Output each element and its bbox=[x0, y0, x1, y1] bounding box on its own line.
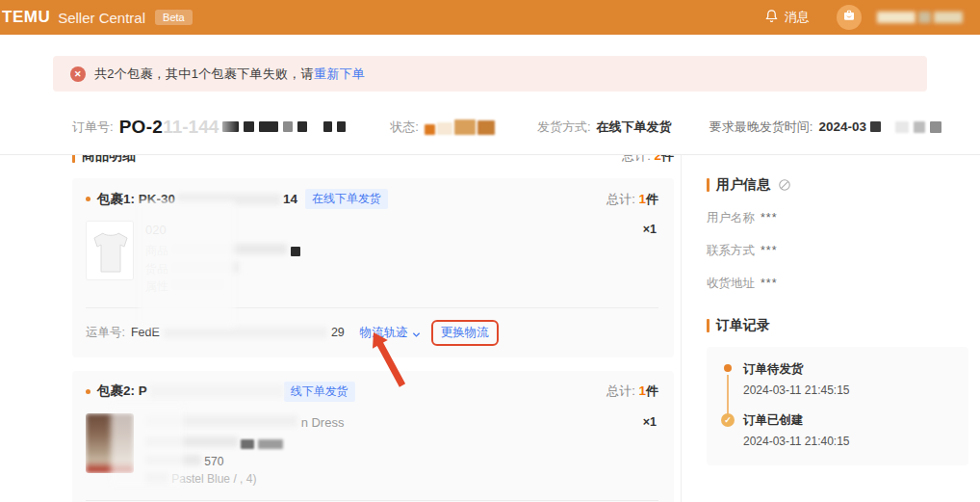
shop-icon bbox=[842, 9, 856, 26]
product-1-quantity: ×1 bbox=[643, 223, 657, 236]
order-number-redacted bbox=[222, 121, 346, 132]
error-circle-icon: ✕ bbox=[70, 66, 86, 82]
package-2-total: 总计: 1件 bbox=[606, 383, 658, 400]
section-accent-bar bbox=[707, 319, 709, 332]
top-navbar: TEMU Seller Central Beta 消息 bbox=[0, 0, 980, 35]
order-detail-main: 商品明细 总计: 2件 包裹1: PK-30 14 在线下单发货 总计: 1件 bbox=[0, 155, 681, 502]
card-divider bbox=[86, 500, 658, 501]
timeline-item-created: ✓ 订单已创建 2024-03-11 21:40:15 bbox=[722, 412, 957, 448]
order-number-group: 订单号: PO-211-144 bbox=[72, 117, 346, 138]
product-2-attr: Pastel Blue / , 4) bbox=[171, 472, 256, 486]
user-info-header: 用户信息 bbox=[707, 176, 968, 194]
products-section-title: 商品明细 bbox=[82, 155, 136, 165]
temu-logo: TEMU bbox=[2, 8, 50, 27]
change-logistics-button-1[interactable]: 更换物流 bbox=[441, 325, 489, 341]
product-2-sku: 570 bbox=[204, 455, 223, 468]
order-status-group: 状态: bbox=[390, 119, 495, 136]
ship-deadline-group: 要求最晚发货时间: 2024-03 bbox=[709, 119, 941, 136]
user-contact-row: 联系方式*** bbox=[707, 243, 968, 259]
messages-label: 消息 bbox=[785, 9, 810, 26]
products-total: 总计: 2件 bbox=[622, 155, 674, 165]
bell-icon bbox=[764, 9, 779, 26]
app-name: Seller Central bbox=[58, 10, 145, 26]
ship-deadline-label: 要求最晚发货时间: bbox=[709, 119, 813, 136]
ship-deadline-value: 2024-03 bbox=[818, 119, 866, 134]
user-info-title: 用户信息 bbox=[716, 176, 770, 194]
timeline-check-icon: ✓ bbox=[721, 413, 735, 427]
order-status-label: 状态: bbox=[390, 119, 419, 136]
package-1-shipping-tag: 在线下单发货 bbox=[305, 189, 388, 209]
package-2-id-redacted bbox=[149, 384, 284, 398]
ship-deadline-redacted bbox=[870, 121, 941, 133]
error-alert-banner: ✕ 共2个包裹，其中1个包裹下单失败，请重新下单 bbox=[53, 56, 927, 92]
package-bullet-icon bbox=[86, 197, 90, 201]
waybill-carrier: FedE bbox=[131, 326, 160, 339]
order-number-label: 订单号: bbox=[72, 119, 114, 136]
privacy-eye-off-icon[interactable] bbox=[778, 178, 791, 192]
order-number-faded: 11-144 bbox=[163, 117, 219, 138]
chevron-down-icon bbox=[412, 329, 420, 336]
user-name-row: 用户名称*** bbox=[707, 210, 968, 226]
section-accent-bar bbox=[72, 155, 75, 163]
order-number-value: PO-2 bbox=[119, 117, 164, 138]
order-sidebar: 用户信息 用户名称*** 联系方式*** 收货地址*** 订单记录 订单待发货 … bbox=[681, 155, 980, 502]
timeline-dot-icon bbox=[724, 364, 732, 372]
order-summary-bar: 订单号: PO-211-144 状态: 发货方式: 在线下单发货 要求最晚发货时… bbox=[0, 99, 980, 155]
avatar[interactable] bbox=[837, 5, 862, 30]
product-1-image bbox=[86, 221, 134, 280]
reorder-link[interactable]: 重新下单 bbox=[314, 66, 365, 83]
product-2-quantity: ×1 bbox=[643, 415, 657, 429]
order-status-redacted bbox=[425, 119, 495, 135]
order-timeline: 订单待发货 2024-03-11 21:45:15 ✓ 订单已创建 2024-0… bbox=[707, 347, 968, 465]
waybill-suffix: 29 bbox=[331, 326, 345, 339]
redaction-blur bbox=[145, 207, 228, 321]
order-log-header: 订单记录 bbox=[707, 317, 968, 334]
messages-button[interactable]: 消息 bbox=[764, 9, 810, 26]
annotation-arrow bbox=[364, 330, 410, 389]
section-accent-bar bbox=[707, 178, 709, 192]
shipping-method-label: 发货方式: bbox=[537, 119, 591, 136]
products-total-count: 2 bbox=[654, 155, 661, 163]
package-bullet-icon bbox=[86, 389, 90, 394]
products-section-header: 商品明细 总计: 2件 bbox=[72, 155, 674, 165]
package-2-card: 包裹2: P 线下单发货 总计: 1件 n Dress bbox=[72, 371, 674, 502]
redaction-blur bbox=[116, 410, 178, 481]
username-redacted bbox=[877, 12, 963, 23]
shipping-method-group: 发货方式: 在线下单发货 bbox=[537, 119, 672, 136]
package-1-name-suffix: 14 bbox=[283, 192, 297, 206]
timeline-item-pending-ship: 订单待发货 2024-03-11 21:45:15 bbox=[722, 361, 957, 397]
annotation-box: 更换物流 bbox=[431, 320, 499, 346]
timeline-connector bbox=[727, 375, 729, 417]
user-address-row: 收货地址*** bbox=[707, 276, 968, 292]
alert-text: 共2个包裹，其中1个包裹下单失败，请 bbox=[94, 66, 314, 83]
beta-badge: Beta bbox=[155, 10, 193, 25]
shipping-method-value: 在线下单发货 bbox=[597, 119, 672, 136]
package-2-name: 包裹2: P bbox=[97, 383, 147, 400]
package-1-id-redacted bbox=[177, 194, 281, 205]
package-1-name: 包裹1: PK-30 bbox=[97, 191, 175, 208]
package-2-shipping-tag: 线下单发货 bbox=[284, 382, 355, 402]
package-1-total: 总计: 1件 bbox=[606, 191, 658, 208]
order-log-title: 订单记录 bbox=[716, 317, 770, 334]
product-2-title: n Dress bbox=[301, 415, 345, 430]
waybill-label: 运单号: bbox=[86, 325, 125, 341]
waybill-redacted bbox=[164, 327, 327, 338]
